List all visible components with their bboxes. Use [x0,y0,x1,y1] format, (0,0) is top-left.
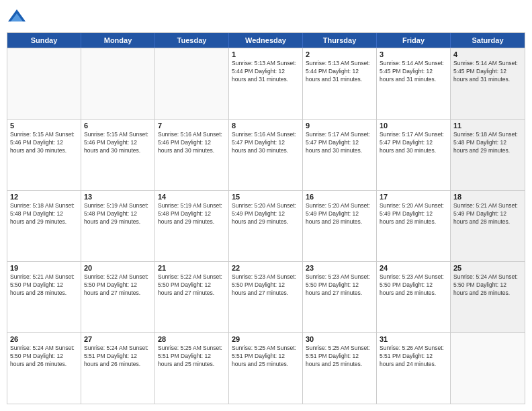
day-info: Sunrise: 5:16 AM Sunset: 5:46 PM Dayligh… [158,131,226,155]
day-number: 21 [158,264,226,272]
day-info: Sunrise: 5:25 AM Sunset: 5:51 PM Dayligh… [306,345,373,369]
day-info: Sunrise: 5:17 AM Sunset: 5:47 PM Dayligh… [306,131,373,155]
calendar-cell: 18Sunrise: 5:21 AM Sunset: 5:49 PM Dayli… [451,191,525,261]
calendar-cell: 30Sunrise: 5:25 AM Sunset: 5:51 PM Dayli… [303,333,377,404]
day-number: 16 [306,193,373,201]
calendar-cell: 1Sunrise: 5:13 AM Sunset: 5:44 PM Daylig… [229,48,303,119]
day-info: Sunrise: 5:13 AM Sunset: 5:44 PM Dayligh… [306,60,373,84]
day-info: Sunrise: 5:24 AM Sunset: 5:51 PM Dayligh… [84,345,152,369]
calendar-cell: 7Sunrise: 5:16 AM Sunset: 5:46 PM Daylig… [155,120,229,190]
day-number: 7 [158,122,226,130]
calendar-cell: 4Sunrise: 5:14 AM Sunset: 5:45 PM Daylig… [451,48,525,119]
day-info: Sunrise: 5:24 AM Sunset: 5:50 PM Dayligh… [453,273,522,298]
calendar-cell: 8Sunrise: 5:16 AM Sunset: 5:47 PM Daylig… [229,120,303,190]
calendar-week-5: 26Sunrise: 5:24 AM Sunset: 5:50 PM Dayli… [7,332,525,404]
calendar-cell [155,48,229,119]
day-number: 30 [306,335,373,343]
day-info: Sunrise: 5:19 AM Sunset: 5:48 PM Dayligh… [84,202,152,226]
day-info: Sunrise: 5:26 AM Sunset: 5:51 PM Dayligh… [380,345,447,369]
day-number: 25 [453,264,522,272]
day-number: 2 [306,50,373,58]
calendar-cell: 10Sunrise: 5:17 AM Sunset: 5:47 PM Dayli… [377,120,451,190]
calendar: SundayMondayTuesdayWednesdayThursdayFrid… [7,32,525,404]
day-number: 24 [380,264,447,272]
calendar-cell: 20Sunrise: 5:22 AM Sunset: 5:50 PM Dayli… [81,262,155,332]
calendar-cell: 17Sunrise: 5:20 AM Sunset: 5:49 PM Dayli… [377,191,451,261]
day-number: 20 [84,264,152,272]
calendar-cell: 11Sunrise: 5:18 AM Sunset: 5:48 PM Dayli… [451,120,525,190]
calendar-cell: 5Sunrise: 5:15 AM Sunset: 5:46 PM Daylig… [7,120,81,190]
day-number: 18 [453,193,522,201]
calendar-cell: 9Sunrise: 5:17 AM Sunset: 5:47 PM Daylig… [303,120,377,190]
day-number: 17 [380,193,447,201]
day-number: 8 [232,122,300,130]
header-day-friday: Friday [377,33,451,48]
day-number: 12 [10,193,78,201]
header-day-thursday: Thursday [303,33,377,48]
day-info: Sunrise: 5:20 AM Sunset: 5:49 PM Dayligh… [232,202,300,226]
day-number: 19 [10,264,78,272]
calendar-cell [7,48,81,119]
logo [7,7,30,27]
day-info: Sunrise: 5:19 AM Sunset: 5:48 PM Dayligh… [158,202,226,226]
header-day-saturday: Saturday [451,33,525,48]
day-info: Sunrise: 5:24 AM Sunset: 5:50 PM Dayligh… [10,345,78,369]
calendar-cell: 14Sunrise: 5:19 AM Sunset: 5:48 PM Dayli… [155,191,229,261]
header-day-tuesday: Tuesday [155,33,229,48]
calendar-week-3: 12Sunrise: 5:18 AM Sunset: 5:48 PM Dayli… [7,190,525,261]
day-number: 6 [84,122,152,130]
calendar-cell [81,48,155,119]
day-number: 26 [10,335,78,343]
calendar-cell: 13Sunrise: 5:19 AM Sunset: 5:48 PM Dayli… [81,191,155,261]
day-info: Sunrise: 5:23 AM Sunset: 5:50 PM Dayligh… [380,273,447,298]
day-number: 1 [232,50,300,58]
calendar-cell: 3Sunrise: 5:14 AM Sunset: 5:45 PM Daylig… [377,48,451,119]
day-number: 10 [380,122,447,130]
day-number: 3 [380,50,447,58]
day-number: 29 [232,335,300,343]
day-info: Sunrise: 5:16 AM Sunset: 5:47 PM Dayligh… [232,131,300,155]
page: SundayMondayTuesdayWednesdayThursdayFrid… [0,0,532,411]
calendar-cell: 28Sunrise: 5:25 AM Sunset: 5:51 PM Dayli… [155,333,229,404]
calendar-cell: 19Sunrise: 5:21 AM Sunset: 5:50 PM Dayli… [7,262,81,332]
day-info: Sunrise: 5:14 AM Sunset: 5:45 PM Dayligh… [453,60,522,84]
day-number: 9 [306,122,373,130]
calendar-cell: 21Sunrise: 5:22 AM Sunset: 5:50 PM Dayli… [155,262,229,332]
calendar-cell [451,333,525,404]
day-info: Sunrise: 5:20 AM Sunset: 5:49 PM Dayligh… [306,202,373,226]
logo-icon [7,7,27,27]
day-info: Sunrise: 5:22 AM Sunset: 5:50 PM Dayligh… [158,273,226,298]
calendar-cell: 16Sunrise: 5:20 AM Sunset: 5:49 PM Dayli… [303,191,377,261]
calendar-cell: 31Sunrise: 5:26 AM Sunset: 5:51 PM Dayli… [377,333,451,404]
day-number: 28 [158,335,226,343]
calendar-body: 1Sunrise: 5:13 AM Sunset: 5:44 PM Daylig… [7,48,525,404]
day-info: Sunrise: 5:21 AM Sunset: 5:50 PM Dayligh… [10,273,78,298]
calendar-cell: 23Sunrise: 5:23 AM Sunset: 5:50 PM Dayli… [303,262,377,332]
calendar-cell: 6Sunrise: 5:15 AM Sunset: 5:46 PM Daylig… [81,120,155,190]
day-info: Sunrise: 5:23 AM Sunset: 5:50 PM Dayligh… [232,273,300,298]
day-info: Sunrise: 5:23 AM Sunset: 5:50 PM Dayligh… [306,273,373,298]
day-info: Sunrise: 5:15 AM Sunset: 5:46 PM Dayligh… [84,131,152,155]
day-info: Sunrise: 5:25 AM Sunset: 5:51 PM Dayligh… [232,345,300,369]
calendar-cell: 2Sunrise: 5:13 AM Sunset: 5:44 PM Daylig… [303,48,377,119]
calendar-week-4: 19Sunrise: 5:21 AM Sunset: 5:50 PM Dayli… [7,261,525,332]
calendar-cell: 26Sunrise: 5:24 AM Sunset: 5:50 PM Dayli… [7,333,81,404]
calendar-week-2: 5Sunrise: 5:15 AM Sunset: 5:46 PM Daylig… [7,119,525,190]
day-info: Sunrise: 5:21 AM Sunset: 5:49 PM Dayligh… [453,202,522,226]
header-day-wednesday: Wednesday [229,33,303,48]
day-info: Sunrise: 5:18 AM Sunset: 5:48 PM Dayligh… [10,202,78,226]
day-info: Sunrise: 5:25 AM Sunset: 5:51 PM Dayligh… [158,345,226,369]
day-info: Sunrise: 5:17 AM Sunset: 5:47 PM Dayligh… [380,131,447,155]
day-info: Sunrise: 5:20 AM Sunset: 5:49 PM Dayligh… [380,202,447,226]
day-number: 4 [453,50,522,58]
day-info: Sunrise: 5:18 AM Sunset: 5:48 PM Dayligh… [453,131,522,155]
day-info: Sunrise: 5:14 AM Sunset: 5:45 PM Dayligh… [380,60,447,84]
calendar-cell: 22Sunrise: 5:23 AM Sunset: 5:50 PM Dayli… [229,262,303,332]
day-number: 22 [232,264,300,272]
day-number: 31 [380,335,447,343]
day-info: Sunrise: 5:13 AM Sunset: 5:44 PM Dayligh… [232,60,300,84]
day-number: 14 [158,193,226,201]
day-info: Sunrise: 5:15 AM Sunset: 5:46 PM Dayligh… [10,131,78,155]
calendar-cell: 24Sunrise: 5:23 AM Sunset: 5:50 PM Dayli… [377,262,451,332]
day-number: 5 [10,122,78,130]
